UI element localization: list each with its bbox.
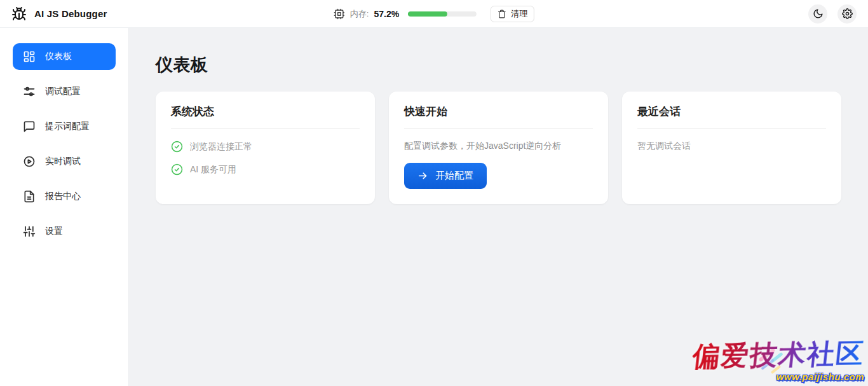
sidebar-item-live-debug[interactable]: 实时调试 — [13, 148, 116, 175]
site-watermark: 偏爱技术社区 www.paijishu.com — [693, 337, 864, 382]
sidebar: 仪表板 调试配置 提示词配置 实时调试 — [0, 28, 129, 386]
divider — [404, 128, 593, 129]
header-actions — [808, 4, 857, 24]
trash-icon — [498, 10, 506, 18]
top-header: AI JS Debugger 内存: 57.2% 清理 — [0, 0, 868, 28]
sidebar-item-report-center[interactable]: 报告中心 — [13, 183, 116, 210]
recent-sessions-card: 最近会话 暂无调试会话 — [622, 92, 841, 204]
settings-button[interactable] — [837, 4, 857, 24]
sliders-horizontal-icon — [23, 85, 36, 98]
status-label: AI 服务可用 — [190, 164, 236, 176]
status-item-browser: 浏览器连接正常 — [171, 141, 360, 153]
moon-icon — [813, 8, 824, 19]
memory-indicator: 内存: 57.2% 清理 — [334, 0, 534, 28]
status-item-ai-service: AI 服务可用 — [171, 163, 360, 176]
card-title: 最近会话 — [637, 104, 826, 119]
check-circle-icon — [171, 163, 183, 176]
streak-decoration — [758, 347, 775, 362]
dashboard-icon — [23, 50, 36, 63]
divider — [171, 128, 360, 129]
sidebar-item-prompt-config[interactable]: 提示词配置 — [13, 113, 116, 140]
sidebar-item-debug-config[interactable]: 调试配置 — [13, 78, 116, 105]
card-title: 快速开始 — [404, 104, 593, 119]
sidebar-item-label: 实时调试 — [45, 156, 81, 167]
page-title: 仪表板 — [156, 53, 841, 76]
sidebar-item-settings[interactable]: 设置 — [13, 218, 116, 245]
streak-decoration — [768, 352, 783, 365]
quick-start-description: 配置调试参数，开始JavaScript逆向分析 — [404, 141, 593, 152]
watermark-title: 偏爱技术社区 — [691, 336, 867, 376]
start-config-button[interactable]: 开始配置 — [404, 163, 487, 189]
sidebar-item-label: 设置 — [45, 226, 63, 237]
divider — [637, 128, 826, 129]
document-icon — [23, 190, 36, 203]
arrow-right-icon — [417, 170, 428, 181]
main-content: 仪表板 系统状态 浏览器连接正常 AI 服务 — [129, 28, 868, 386]
check-circle-icon — [171, 141, 183, 153]
empty-sessions-text: 暂无调试会话 — [637, 141, 826, 152]
chat-bubble-icon — [23, 120, 36, 133]
memory-progress-fill — [408, 11, 447, 17]
card-title: 系统状态 — [171, 104, 360, 119]
sidebar-item-label: 仪表板 — [45, 51, 72, 62]
app-title: AI JS Debugger — [34, 8, 107, 19]
memory-value: 57.2% — [374, 9, 399, 19]
watermark-url: www.paijishu.com — [693, 371, 864, 382]
sidebar-item-label: 调试配置 — [45, 86, 81, 97]
clean-memory-button[interactable]: 清理 — [491, 6, 534, 22]
theme-toggle-button[interactable] — [808, 4, 827, 24]
streak-decoration — [771, 365, 782, 374]
watermark-streaks — [754, 352, 792, 377]
gear-icon — [842, 8, 853, 19]
sidebar-item-label: 提示词配置 — [45, 121, 90, 132]
dashboard-cards: 系统状态 浏览器连接正常 AI 服务可用 — [156, 92, 841, 204]
cpu-chip-icon — [334, 8, 345, 20]
start-config-label: 开始配置 — [435, 170, 473, 182]
sliders-vertical-icon — [23, 225, 36, 238]
quick-start-card: 快速开始 配置调试参数，开始JavaScript逆向分析 开始配置 — [389, 92, 608, 204]
system-status-card: 系统状态 浏览器连接正常 AI 服务可用 — [156, 92, 375, 204]
memory-label: 内存: — [350, 8, 369, 20]
app-window: AI JS Debugger 内存: 57.2% 清理 — [0, 0, 868, 386]
play-circle-icon — [23, 155, 36, 168]
sidebar-item-label: 报告中心 — [45, 191, 81, 202]
status-label: 浏览器连接正常 — [190, 141, 252, 153]
sidebar-item-dashboard[interactable]: 仪表板 — [13, 43, 116, 70]
memory-progress-bar — [408, 11, 477, 17]
bug-icon — [11, 6, 27, 22]
clean-button-label: 清理 — [511, 8, 527, 20]
app-logo: AI JS Debugger — [11, 6, 107, 22]
streak-decoration — [761, 359, 774, 370]
